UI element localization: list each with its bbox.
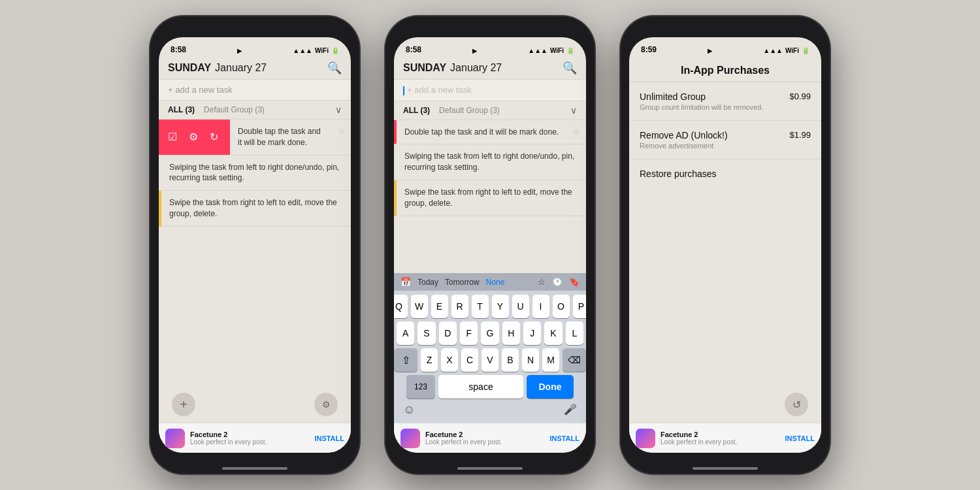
wifi-icon-2: WiFi <box>550 47 564 54</box>
check-icon[interactable]: ☑ <box>168 131 177 143</box>
all-tab-2[interactable]: ALL (3) <box>403 106 430 115</box>
star-icon-kb[interactable]: ☆ <box>538 277 546 287</box>
key-f[interactable]: F <box>460 321 478 345</box>
task-list-1: ☑ ⚙ ↻ Double tap the task and it will be… <box>159 120 351 386</box>
key-u[interactable]: U <box>512 295 529 318</box>
key-x[interactable]: X <box>441 348 458 372</box>
ad-banner-3: Facetune 2 Look perfect in every post. I… <box>629 423 821 453</box>
notch-1 <box>216 16 294 35</box>
keyboard-row-z: ⇧ Z X C V B N M ⌫ <box>397 348 583 372</box>
tomorrow-button[interactable]: Tomorrow <box>445 278 480 287</box>
num-key[interactable]: 123 <box>406 375 435 399</box>
table-row[interactable]: Swipe the task from right to left to edi… <box>394 180 586 216</box>
status-bar-1: 8:58 ▶ ▲▲▲ WiFi 🔋 <box>159 37 351 57</box>
ad-app-icon-1 <box>165 429 185 448</box>
key-i[interactable]: I <box>532 295 549 318</box>
search-button-2[interactable]: 🔍 <box>563 61 577 75</box>
key-c[interactable]: C <box>461 348 478 372</box>
default-tab-1[interactable]: Default Group (3) <box>204 105 265 114</box>
key-a[interactable]: A <box>397 321 414 345</box>
key-v[interactable]: V <box>482 348 498 372</box>
pin-icon[interactable]: ⚙ <box>189 131 198 143</box>
list-item[interactable]: Unlimited Group Group count limitation w… <box>629 82 821 121</box>
key-n[interactable]: N <box>522 348 539 372</box>
key-k[interactable]: K <box>544 321 562 345</box>
iap-item-text-2: Remove AD (Unlock!) Remove advertisement <box>640 130 789 150</box>
restore-purchases-button[interactable]: Restore purchases <box>629 159 821 188</box>
iap-price-1: $0.99 <box>789 91 811 101</box>
bookmark-icon-kb[interactable]: 🔖 <box>569 277 580 287</box>
ad-banner-2: Facetune 2 Look perfect in every post. I… <box>394 423 586 453</box>
table-row[interactable]: Double tap the task and it will be mark … <box>394 120 586 145</box>
list-item[interactable]: Remove AD (Unlock!) Remove advertisement… <box>629 121 821 159</box>
restore-purchases-label: Restore purchases <box>640 169 717 179</box>
ad-banner-1: Facetune 2 Look perfect in every post. I… <box>159 423 351 453</box>
search-button-1[interactable]: 🔍 <box>327 61 342 75</box>
add-task-bar-1[interactable]: + add a new task <box>159 79 351 101</box>
add-task-bar-2[interactable]: + add a new task <box>394 79 586 101</box>
clock-icon-kb[interactable]: 🕐 <box>552 277 563 287</box>
today-button[interactable]: Today <box>417 278 438 287</box>
table-row[interactable]: Swipe the task from right to left to edi… <box>159 191 351 227</box>
day-label-1: SUNDAY <box>168 62 211 74</box>
key-m[interactable]: M <box>542 348 559 372</box>
table-row[interactable]: ☑ ⚙ ↻ Double tap the task and it will be… <box>159 120 351 155</box>
phone-1: 8:58 ▶ ▲▲▲ WiFi 🔋 SUNDAY January 27 🔍 + … <box>150 16 359 474</box>
content-area-2 <box>394 216 586 273</box>
date-label-2: January 27 <box>450 62 502 74</box>
key-g[interactable]: G <box>481 321 498 345</box>
all-tab-1[interactable]: ALL (3) <box>168 105 195 114</box>
expand-icon-1[interactable]: ∨ <box>335 105 342 115</box>
star-icon[interactable]: ☆ <box>333 120 351 155</box>
expand-icon-2[interactable]: ∨ <box>570 105 577 116</box>
battery-icon-3: 🔋 <box>802 47 809 54</box>
iap-item-subtitle-2: Remove advertisement <box>640 142 789 150</box>
key-w[interactable]: W <box>411 295 428 318</box>
star-icon[interactable]: ☆ <box>568 120 586 144</box>
plus-icon: + <box>180 397 188 412</box>
calendar-icon: 📅 <box>400 277 411 287</box>
signal-icon-2: ▲▲▲ <box>528 47 547 54</box>
shift-key[interactable]: ⇧ <box>394 348 417 372</box>
key-l[interactable]: L <box>566 321 583 345</box>
space-key[interactable]: space <box>438 375 523 399</box>
key-q[interactable]: Q <box>394 295 408 318</box>
key-h[interactable]: H <box>502 321 520 345</box>
key-o[interactable]: O <box>553 295 570 318</box>
add-task-button-1[interactable]: + <box>172 393 195 416</box>
key-r[interactable]: R <box>451 295 468 318</box>
ad-install-button-2[interactable]: INSTALL <box>549 434 580 442</box>
undo-button[interactable]: ↺ <box>785 393 808 416</box>
default-tab-2[interactable]: Default Group (3) <box>439 106 500 115</box>
key-b[interactable]: B <box>502 348 519 372</box>
delete-key[interactable]: ⌫ <box>563 348 586 372</box>
key-e[interactable]: E <box>431 295 448 318</box>
app-header-2: SUNDAY January 27 🔍 <box>394 57 586 79</box>
ad-install-button-3[interactable]: INSTALL <box>785 434 815 442</box>
status-bar-2: 8:58 ▶ ▲▲▲ WiFi 🔋 <box>394 37 586 57</box>
table-row[interactable]: Swiping the task from left to right done… <box>394 144 586 180</box>
keyboard-emoji-row: ☺ 🎤 <box>397 402 583 417</box>
repeat-icon[interactable]: ↻ <box>210 131 218 143</box>
status-arrow-2: ▶ <box>472 48 477 54</box>
iap-price-2: $1.99 <box>789 130 811 140</box>
key-s[interactable]: S <box>417 321 435 345</box>
key-t[interactable]: T <box>472 295 489 318</box>
keyboard-2: Q W E R T Y U I O P A S D F G H J K L <box>394 291 586 423</box>
done-key[interactable]: Done <box>527 375 574 399</box>
wifi-icon-1: WiFi <box>315 47 329 54</box>
key-j[interactable]: J <box>523 321 541 345</box>
status-icons-1: ▲▲▲ WiFi 🔋 <box>293 47 339 54</box>
table-row[interactable]: Swiping the task from left to right done… <box>159 155 351 191</box>
key-p[interactable]: P <box>573 295 587 318</box>
date-label-1: January 27 <box>215 62 267 74</box>
none-button[interactable]: None <box>486 278 505 287</box>
key-z[interactable]: Z <box>421 348 438 372</box>
ad-install-button-1[interactable]: INSTALL <box>314 434 344 442</box>
emoji-icon[interactable]: ☺ <box>403 403 415 417</box>
key-d[interactable]: D <box>439 321 457 345</box>
settings-button-1[interactable]: ⚙ <box>314 393 338 416</box>
key-y[interactable]: Y <box>492 295 509 318</box>
mic-icon[interactable]: 🎤 <box>564 403 577 417</box>
group-bar-1: ALL (3) Default Group (3) ∨ <box>159 101 351 120</box>
